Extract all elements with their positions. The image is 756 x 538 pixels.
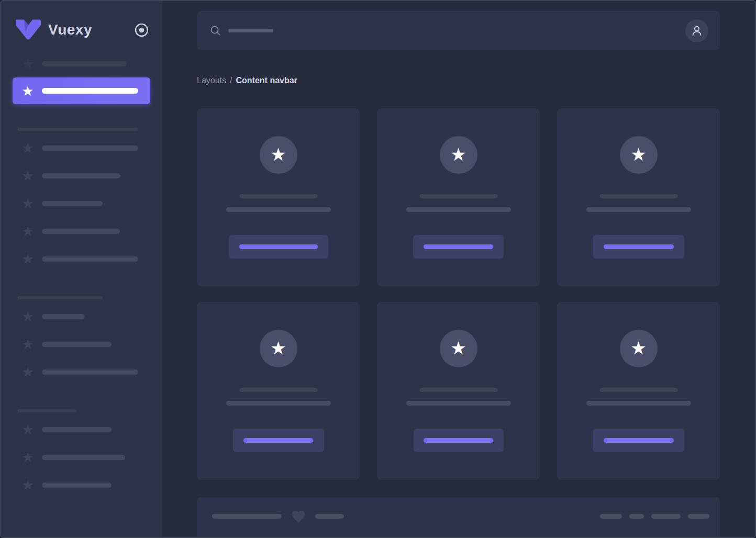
sidebar-item-skeleton-bar — [42, 455, 125, 460]
sidebar-item[interactable]: ★ — [1, 330, 162, 358]
footer-skeleton-bar — [651, 514, 681, 519]
button-label-skeleton — [239, 244, 318, 249]
button-label-skeleton — [604, 244, 674, 249]
star-icon: ★ — [21, 196, 35, 210]
card-title-skeleton — [599, 194, 678, 198]
card-avatar-circle: ★ — [260, 330, 297, 367]
star-icon: ★ — [21, 337, 35, 351]
star-icon: ★ — [630, 339, 646, 357]
content-card: ★ — [557, 302, 720, 480]
app-window: Vuexy ★★★★★★★★★★★★★ — [0, 0, 756, 538]
sidebar-section-header-skeleton — [17, 128, 138, 131]
button-label-skeleton — [604, 438, 674, 443]
sidebar-item-skeleton-bar — [42, 201, 103, 206]
star-icon: ★ — [21, 422, 35, 436]
star-icon: ★ — [21, 450, 35, 464]
top-navbar — [197, 11, 720, 50]
card-subtitle-skeleton — [406, 401, 511, 406]
search-placeholder-skeleton — [228, 29, 273, 32]
star-icon: ★ — [21, 309, 35, 323]
breadcrumb-parent-link[interactable]: Layouts — [197, 76, 226, 85]
sidebar-item-skeleton-bar — [42, 314, 85, 319]
star-icon: ★ — [21, 84, 35, 98]
sidebar-item[interactable]: ★ — [1, 189, 162, 217]
search-input[interactable] — [209, 25, 273, 37]
breadcrumb-separator: / — [230, 76, 232, 85]
main-content: Layouts/Content navbar ★★★★★★ — [162, 1, 755, 537]
card-subtitle-skeleton — [406, 207, 511, 212]
sidebar-item-active[interactable]: ★ — [13, 77, 150, 104]
card-avatar-circle: ★ — [620, 136, 658, 174]
footer-right-group — [600, 514, 709, 519]
sidebar-item-skeleton-bar — [42, 88, 138, 94]
content-card: ★ — [377, 108, 540, 286]
button-label-skeleton — [424, 244, 493, 249]
sidebar-item-skeleton-bar — [42, 427, 112, 432]
star-icon: ★ — [450, 145, 466, 163]
search-icon — [209, 25, 221, 37]
card-subtitle-skeleton — [586, 401, 691, 406]
card-title-skeleton — [239, 194, 318, 198]
footer-left-group — [212, 510, 344, 523]
content-card: ★ — [197, 108, 360, 286]
card-avatar-circle: ★ — [440, 330, 477, 367]
card-title-skeleton — [419, 388, 498, 392]
star-icon: ★ — [630, 145, 646, 163]
card-avatar-circle: ★ — [620, 330, 658, 367]
star-icon: ★ — [270, 145, 286, 163]
footer-skeleton-bar — [629, 514, 644, 519]
card-avatar-circle: ★ — [260, 136, 297, 174]
star-icon: ★ — [21, 252, 35, 266]
sidebar-item-skeleton-bar — [42, 342, 112, 347]
star-icon: ★ — [21, 365, 35, 379]
sidebar-item-skeleton-bar — [42, 483, 112, 488]
button-label-skeleton — [243, 438, 313, 443]
sidebar-section-header-skeleton — [17, 409, 76, 412]
sidebar-menu: ★★★★★★★★★★★★★ — [1, 50, 162, 499]
card-title-skeleton — [419, 194, 498, 198]
star-icon: ★ — [21, 169, 35, 183]
card-action-button[interactable] — [593, 429, 684, 452]
content-card: ★ — [197, 302, 360, 480]
card-action-button[interactable] — [233, 429, 324, 452]
footer-card — [197, 497, 720, 538]
sidebar-item-skeleton-bar — [42, 61, 127, 66]
brand: Vuexy — [16, 19, 149, 41]
vuexy-logo-icon — [16, 19, 41, 40]
sidebar-item[interactable]: ★ — [1, 134, 162, 162]
brand-title: Vuexy — [48, 21, 92, 38]
sidebar-item[interactable]: ★ — [1, 416, 162, 443]
menu-pin-toggle-icon[interactable] — [134, 23, 149, 38]
card-avatar-circle: ★ — [440, 136, 477, 174]
sidebar-item-placeholder[interactable]: ★ — [1, 50, 162, 77]
user-avatar-button[interactable] — [685, 19, 708, 42]
card-action-button[interactable] — [229, 235, 328, 259]
star-icon: ★ — [21, 224, 35, 238]
sidebar-item-skeleton-bar — [42, 256, 138, 262]
sidebar-item-skeleton-bar — [42, 173, 120, 178]
card-action-button[interactable] — [413, 235, 504, 259]
button-label-skeleton — [424, 438, 493, 443]
footer-skeleton-bar — [688, 514, 709, 519]
footer-skeleton-bar — [212, 514, 282, 519]
heart-icon — [291, 510, 306, 523]
card-subtitle-skeleton — [586, 207, 691, 212]
sidebar-item[interactable]: ★ — [1, 358, 162, 386]
sidebar-item[interactable]: ★ — [1, 471, 162, 499]
star-icon: ★ — [21, 141, 35, 155]
sidebar-item[interactable]: ★ — [1, 245, 162, 273]
card-action-button[interactable] — [593, 235, 684, 259]
sidebar-item[interactable]: ★ — [1, 217, 162, 245]
sidebar-item[interactable]: ★ — [1, 443, 162, 471]
sidebar: Vuexy ★★★★★★★★★★★★★ — [1, 1, 162, 537]
sidebar-item-skeleton-bar — [42, 145, 138, 151]
star-icon: ★ — [270, 339, 286, 357]
card-subtitle-skeleton — [226, 401, 331, 406]
sidebar-item[interactable]: ★ — [1, 162, 162, 189]
sidebar-item-skeleton-bar — [42, 229, 120, 234]
star-icon: ★ — [450, 339, 466, 357]
sidebar-item[interactable]: ★ — [1, 302, 162, 330]
card-title-skeleton — [599, 388, 678, 392]
sidebar-section-header-skeleton — [17, 296, 103, 299]
card-action-button[interactable] — [414, 429, 504, 452]
